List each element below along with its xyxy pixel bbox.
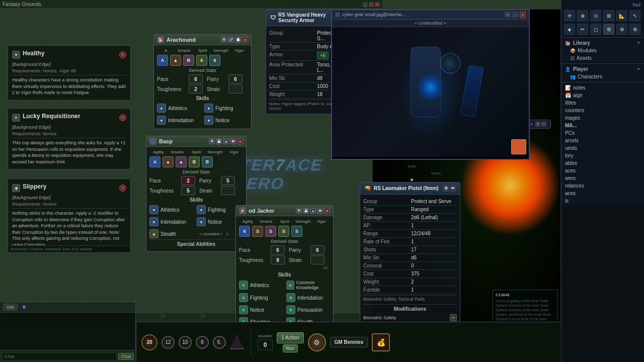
hj-notice-die[interactable]: 6: [239, 305, 248, 314]
hj-strength-die[interactable]: S: [278, 226, 289, 237]
basp-extra[interactable]: 👁: [230, 138, 236, 144]
d6-die[interactable]: 6.: [213, 336, 226, 349]
notes-item[interactable]: 📝notes: [563, 84, 642, 92]
basp-config[interactable]: ⚙: [209, 138, 215, 144]
story-item[interactable]: tory: [563, 152, 642, 159]
hj-athletics-die[interactable]: 6: [239, 281, 248, 290]
notice-die[interactable]: ●: [204, 116, 213, 125]
tool-select[interactable]: ✛: [564, 10, 575, 21]
chat-send-button[interactable]: Chat: [118, 353, 134, 360]
tool-fog[interactable]: ◈: [564, 24, 575, 35]
basp-save[interactable]: 💾: [216, 138, 222, 144]
parcels-item[interactable]: arcels: [563, 137, 642, 144]
assets-item[interactable]: 🖼 Assets: [568, 54, 642, 62]
modifier-value[interactable]: 0: [258, 339, 273, 350]
hj-extra[interactable]: 👁: [317, 208, 323, 214]
d12-die[interactable]: 12: [162, 336, 175, 349]
spaces-item[interactable]: aces: [563, 167, 642, 174]
basp-vigor-die[interactable]: B: [202, 156, 213, 167]
hj-smarts-die[interactable]: S: [252, 226, 263, 237]
d8-die[interactable]: 8: [196, 336, 209, 349]
basp-athletics-die[interactable]: ●: [149, 205, 158, 214]
hj-toughness-value[interactable]: 9: [271, 255, 285, 264]
close-btn[interactable]: ×: [375, 2, 380, 7]
hj-persuasion-die[interactable]: 6: [286, 305, 295, 314]
pistol-config[interactable]: ⚙: [443, 186, 449, 192]
action-button[interactable]: 1 Action: [277, 332, 304, 343]
hj-link[interactable]: ●: [310, 208, 316, 214]
hj-save[interactable]: 💾: [303, 208, 309, 214]
toughness-value[interactable]: 2: [189, 84, 203, 94]
modules-item[interactable]: 📦 Modules: [568, 47, 642, 54]
basp-toughness-value[interactable]: 5: [181, 186, 195, 195]
skills-item[interactable]: ls: [563, 197, 642, 205]
hj-spirit-die[interactable]: S: [265, 226, 276, 237]
powers-item[interactable]: wers: [563, 174, 642, 182]
healthy-close[interactable]: ×: [119, 51, 126, 58]
parry-value[interactable]: 6: [228, 74, 243, 83]
tool-config[interactable]: ⚙: [616, 24, 627, 35]
hj-strain-value[interactable]: [310, 255, 325, 264]
images-item[interactable]: mages: [563, 114, 642, 122]
intimidation-die[interactable]: ●: [157, 116, 166, 125]
tool-draw[interactable]: ✏: [577, 24, 588, 35]
hindrances-item[interactable]: ndances: [563, 182, 642, 190]
unid-config[interactable]: ⚙: [535, 122, 540, 127]
smarts-die[interactable]: ▲: [170, 55, 181, 66]
img-zoom-in[interactable]: +: [505, 12, 511, 18]
hj-agility-die[interactable]: 6: [239, 226, 250, 237]
hj-vigor-die[interactable]: S: [291, 226, 302, 237]
fighting-die[interactable]: ●: [204, 104, 213, 113]
basp-strength-die[interactable]: B: [189, 156, 200, 167]
hj-pace-value[interactable]: 6: [271, 245, 285, 254]
basp-fighting-die[interactable]: ●: [197, 205, 206, 214]
custom-die[interactable]: [230, 335, 244, 349]
basp-intimidation-die[interactable]: ●: [149, 217, 158, 226]
tool-rotate[interactable]: ⊙: [590, 10, 601, 21]
mod1-edit[interactable]: ✏: [450, 314, 457, 321]
strain-value[interactable]: [228, 84, 243, 94]
hj-ck-die[interactable]: 6: [286, 281, 294, 290]
hj-parry-value[interactable]: 6: [310, 245, 325, 254]
tool-extra[interactable]: ⚙: [629, 24, 640, 35]
characters-item[interactable]: 👥 Characters: [568, 73, 642, 80]
tool-pointer[interactable]: ↖: [629, 10, 640, 21]
maximize-btn[interactable]: □: [369, 2, 374, 7]
basp-parry-value[interactable]: 5: [221, 176, 235, 185]
minimize-btn[interactable]: _: [363, 2, 368, 7]
basp-close[interactable]: ×: [237, 138, 243, 144]
chat-settings-icon[interactable]: ⚙: [20, 303, 28, 311]
hj-close[interactable]: ×: [324, 208, 330, 214]
hj-config[interactable]: ⚙: [296, 208, 302, 214]
hj-fighting-die[interactable]: 6: [239, 293, 248, 302]
unid-edit[interactable]: ✏: [541, 122, 546, 127]
map-layers[interactable]: MA...: [563, 122, 642, 129]
spirit-die[interactable]: B: [183, 55, 194, 66]
abilities-item[interactable]: ilities: [563, 99, 642, 107]
campaign-item[interactable]: 📅aign: [563, 92, 642, 99]
basp-pace-value[interactable]: 2: [181, 176, 195, 185]
slippery-close[interactable]: ×: [119, 185, 126, 192]
arachound-link[interactable]: 🔗: [228, 37, 234, 43]
pistol-edit[interactable]: ✏: [450, 186, 456, 192]
token-icon[interactable]: ⚙: [308, 333, 326, 351]
strength-die[interactable]: 6: [196, 55, 207, 66]
arachound-copy[interactable]: 📋: [235, 37, 241, 43]
gm-role-selector[interactable]: GM: [3, 304, 18, 311]
basp-stealth-die[interactable]: ▲: [149, 229, 158, 238]
tool-settings[interactable]: ⚙: [603, 24, 614, 35]
benny-token[interactable]: 💰: [372, 333, 390, 351]
vehicles-item[interactable]: aces: [563, 190, 642, 197]
lucky-close[interactable]: ×: [119, 114, 126, 121]
basp-strain-value[interactable]: [221, 186, 235, 195]
basp-smarts-die[interactable]: ▲: [163, 156, 174, 167]
library-header[interactable]: 📚 Library ▼: [563, 39, 642, 47]
basp-link[interactable]: ●: [223, 138, 229, 144]
img-zoom-out[interactable]: -: [512, 12, 518, 18]
tool-move[interactable]: ⊕: [577, 10, 588, 21]
basp-notice-die[interactable]: ●: [197, 217, 206, 226]
tool-shape[interactable]: ◻: [590, 24, 601, 35]
d20-die[interactable]: 20: [141, 334, 157, 350]
pcs-item[interactable]: PCs: [563, 129, 642, 137]
arachound-config[interactable]: ⚙: [221, 37, 227, 43]
